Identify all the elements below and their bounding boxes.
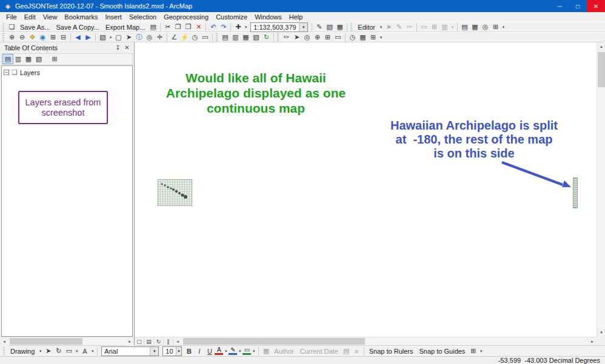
toolbar-grip[interactable] (350, 23, 352, 31)
map-table-icon[interactable]: ▦ (470, 22, 480, 31)
rotate-icon[interactable]: ↻ (53, 346, 64, 356)
maximize-button[interactable]: □ (569, 0, 587, 12)
fixed-zoom-in-icon[interactable]: ⊞ (48, 33, 58, 42)
print-icon[interactable]: ▤ (148, 22, 158, 31)
underline-button[interactable]: U (204, 346, 215, 356)
export-map-button[interactable]: Export Map... (102, 24, 148, 31)
visibility-list-icon[interactable]: ▦ (241, 33, 251, 42)
go-to-xy-icon[interactable]: ✛ (155, 33, 165, 42)
refresh-view-icon[interactable]: ↻ (154, 337, 164, 345)
editor-sketch-icon[interactable]: ✏ (404, 22, 415, 31)
scroll-right-icon[interactable]: ▸ (125, 337, 134, 346)
snap-target-icon[interactable]: ◎ (302, 33, 312, 42)
scale-dropdown-icon[interactable]: ▾ (299, 23, 307, 31)
editor-dropdown-icon[interactable]: ▾ (378, 25, 384, 30)
measure-icon[interactable]: ∠ (169, 33, 179, 42)
select-features-icon[interactable]: ▧ (98, 33, 108, 42)
menu-view[interactable]: View (39, 13, 61, 21)
data-view-icon[interactable]: ▢ (135, 337, 144, 345)
zoom-in-icon[interactable]: ⊕ (7, 33, 17, 42)
editor-menu-button[interactable]: Editor (355, 24, 378, 31)
select-elements-icon[interactable]: ➤ (124, 33, 134, 42)
font-color-dropdown-icon[interactable]: ▾ (223, 349, 229, 354)
refresh-view-icon[interactable]: ↻ (261, 33, 272, 42)
list-by-source-icon[interactable]: ▥ (13, 55, 23, 64)
list-by-drawing-order-icon[interactable]: ▤ (3, 55, 13, 64)
font-size-combobox[interactable]: 10 ▾ (162, 346, 182, 356)
paste-icon[interactable]: ❒ (183, 22, 193, 31)
scroll-right-icon[interactable]: ▸ (588, 337, 597, 345)
scroll-left-icon[interactable]: ◂ (173, 337, 182, 345)
layout-icon[interactable]: ▤ (460, 22, 470, 31)
grid-tool-icon[interactable]: ⊞ (323, 33, 333, 42)
selection-list-icon[interactable]: ▧ (251, 33, 261, 42)
font-color-icon[interactable]: A (215, 347, 223, 355)
clock-tool-icon[interactable]: ◷ (347, 33, 358, 42)
target-icon[interactable]: ◎ (480, 22, 490, 31)
back-extent-icon[interactable]: ◀ (73, 33, 83, 42)
font-name-value[interactable]: Arial (102, 348, 150, 355)
font-dropdown-icon[interactable]: ▾ (150, 347, 158, 356)
drawing-dropdown-icon[interactable]: ▾ (38, 349, 43, 354)
menu-bookmarks[interactable]: Bookmarks (61, 13, 101, 21)
pin-icon[interactable]: ↧ (113, 44, 122, 51)
add-data-icon[interactable]: ✚ (233, 22, 243, 31)
editor-attributes-icon[interactable]: ▥ (440, 22, 450, 31)
options-tool-icon[interactable]: ⊞ (368, 33, 378, 42)
menu-edit[interactable]: Edit (21, 13, 39, 21)
zoom-out-icon[interactable]: ⊖ (17, 33, 27, 42)
sketch-tool-icon[interactable]: ✏ (281, 33, 292, 42)
text-dropdown-icon[interactable]: ▾ (90, 349, 95, 354)
toolbar-grip[interactable] (277, 33, 279, 42)
menu-geoprocessing[interactable]: Geoprocessing (160, 13, 212, 21)
undo-icon[interactable]: ↶ (208, 22, 218, 31)
fixed-zoom-out-icon[interactable]: ⊟ (58, 33, 69, 42)
viewer-window-icon[interactable]: ▭ (200, 33, 210, 42)
menu-file[interactable]: File (2, 13, 21, 21)
save-as-button[interactable]: Save As... (17, 24, 53, 31)
full-extent-icon[interactable]: ◉ (38, 33, 48, 42)
toolbar-grip[interactable] (2, 33, 4, 42)
snap-to-guides-button[interactable]: Snap to Guides (416, 348, 469, 355)
toc-options-icon[interactable]: ⊞ (50, 55, 59, 64)
clear-selection-icon[interactable]: ▢ (113, 33, 124, 42)
map-vscroll-track[interactable] (597, 51, 605, 328)
options-dropdown-icon[interactable]: ▾ (378, 35, 384, 40)
drawing-menu-button[interactable]: Drawing (7, 348, 38, 355)
editor-tools-dropdown-icon[interactable]: ▾ (450, 25, 455, 30)
edit-tool-icon[interactable]: ✎ (314, 22, 324, 31)
menu-insert[interactable]: Insert (101, 13, 125, 21)
layout-view-icon[interactable]: ▤ (144, 337, 154, 345)
fill-color-icon[interactable]: ▭ (242, 347, 251, 355)
identify-icon[interactable]: ⓘ (134, 33, 144, 42)
source-list-icon[interactable]: ▥ (230, 33, 241, 42)
forward-extent-icon[interactable]: ▶ (83, 33, 93, 42)
grid-options-dropdown-icon[interactable]: ▾ (501, 25, 506, 30)
text-tool-icon[interactable]: A (79, 346, 90, 356)
toolbar-grip[interactable] (2, 23, 4, 31)
add-data-dropdown-icon[interactable]: ▾ (243, 25, 249, 30)
font-combobox[interactable]: Arial ▾ (101, 346, 159, 356)
italic-button[interactable]: I (194, 346, 204, 356)
layer-list-icon[interactable]: ▤ (220, 33, 230, 42)
toc-scroll-thumb[interactable] (10, 338, 82, 345)
pause-drawing-icon[interactable]: ∥ (164, 337, 173, 345)
layers-label[interactable]: Layers (20, 69, 40, 76)
scroll-left-icon[interactable]: ◂ (0, 337, 8, 346)
editor-snap-icon[interactable]: ⊞ (429, 22, 440, 31)
snap-grid-icon[interactable]: ⊞ (468, 346, 478, 356)
editor-rect-icon[interactable]: ▭ (419, 22, 429, 31)
select-features-dropdown-icon[interactable]: ▾ (108, 35, 113, 40)
map-hscroll-track[interactable] (182, 337, 588, 345)
minimize-button[interactable]: ─ (550, 0, 569, 12)
select-box-icon[interactable]: ▧ (324, 22, 335, 31)
menu-selection[interactable]: Selection (125, 13, 160, 21)
scale-combobox[interactable]: 1:132,503,379 ▾ (250, 22, 308, 32)
map-hscroll-thumb[interactable] (183, 338, 365, 345)
new-document-icon[interactable]: ❏ (7, 22, 17, 31)
map-vscroll-thumb[interactable] (598, 52, 605, 87)
scroll-up-icon[interactable]: ▴ (597, 42, 605, 51)
scroll-down-icon[interactable]: ▾ (597, 328, 605, 337)
line-color-icon[interactable]: ✎ (229, 347, 237, 355)
map-canvas[interactable]: Would like all of Hawaii Archipelago dis… (135, 42, 605, 345)
